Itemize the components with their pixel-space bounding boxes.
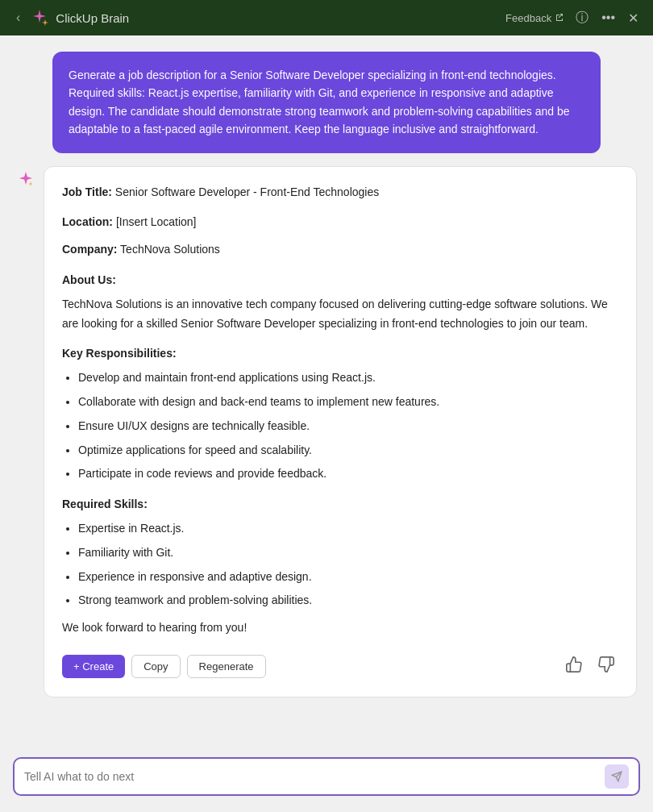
company-line: Company: TechNova Solutions xyxy=(62,240,618,260)
response-card: Job Title: Senior Software Developer - F… xyxy=(44,166,637,697)
thumbs-up-button[interactable] xyxy=(562,652,586,681)
close-button[interactable]: ✕ xyxy=(626,9,640,27)
action-row: + Create Copy Regenerate xyxy=(62,649,618,681)
skills-list: Expertise in React.js. Familiarity with … xyxy=(78,519,618,610)
top-bar-right: Feedback ⓘ ••• ✕ xyxy=(505,8,640,28)
regenerate-button[interactable]: Regenerate xyxy=(187,655,266,678)
back-button[interactable]: ‹ xyxy=(13,7,23,28)
app-title: ClickUp Brain xyxy=(56,11,129,25)
company-label: Company: xyxy=(62,243,117,256)
job-title-line: Job Title: Senior Software Developer - F… xyxy=(62,183,618,202)
more-button[interactable]: ••• xyxy=(600,9,617,27)
top-bar-left: ‹ ClickUp Brain xyxy=(13,7,129,28)
send-icon xyxy=(611,771,622,782)
create-button[interactable]: + Create xyxy=(62,655,125,678)
thumbs-up-icon xyxy=(565,656,583,673)
info-button[interactable]: ⓘ xyxy=(574,8,590,28)
skills-header: Required Skills: xyxy=(62,495,618,514)
main-content: Generate a job description for a Senior … xyxy=(0,35,653,812)
about-header: About Us: xyxy=(62,271,618,290)
job-title-label: Job Title: xyxy=(62,185,112,198)
action-buttons-right xyxy=(562,652,618,681)
job-title-value: Senior Software Developer - Front-End Te… xyxy=(115,185,379,198)
chat-input[interactable] xyxy=(24,770,605,783)
bottom-input-area xyxy=(0,747,653,812)
app-icon xyxy=(30,8,49,27)
external-link-icon xyxy=(555,13,564,23)
user-prompt: Generate a job description for a Senior … xyxy=(52,52,601,153)
send-button[interactable] xyxy=(605,764,629,789)
location-line: Location: [Insert Location] xyxy=(62,213,618,232)
list-item: Develop and maintain front-end applicati… xyxy=(78,369,618,388)
about-text: TechNova Solutions is an innovative tech… xyxy=(62,295,618,334)
company-value: TechNova Solutions xyxy=(120,243,220,256)
scroll-area: Generate a job description for a Senior … xyxy=(0,35,653,747)
list-item: Expertise in React.js. xyxy=(78,519,618,539)
top-bar: ‹ ClickUp Brain Feedback ⓘ ••• ✕ xyxy=(0,0,653,35)
location-label: Location: xyxy=(62,215,113,228)
list-item: Strong teamwork and problem-solving abil… xyxy=(78,591,618,610)
thumbs-down-icon xyxy=(597,656,615,673)
ai-sparkle-icon xyxy=(16,169,35,189)
list-item: Ensure UI/UX designs are technically fea… xyxy=(78,417,618,436)
location-value: [Insert Location] xyxy=(116,215,197,228)
input-container xyxy=(13,757,640,796)
action-buttons-left: + Create Copy Regenerate xyxy=(62,655,266,678)
ai-response: Job Title: Senior Software Developer - F… xyxy=(13,166,640,697)
list-item: Participate in code reviews and provide … xyxy=(78,464,618,484)
responsibilities-header: Key Responsibilities: xyxy=(62,344,618,364)
feedback-button[interactable]: Feedback xyxy=(505,12,564,24)
responsibilities-list: Develop and maintain front-end applicati… xyxy=(78,369,618,484)
feedback-label: Feedback xyxy=(505,12,551,24)
list-item: Collaborate with design and back-end tea… xyxy=(78,393,618,412)
list-item: Optimize applications for speed and scal… xyxy=(78,441,618,460)
list-item: Experience in responsive and adaptive de… xyxy=(78,568,618,587)
copy-button[interactable]: Copy xyxy=(131,655,180,678)
list-item: Familiarity with Git. xyxy=(78,543,618,563)
closing-line: We look forward to hearing from you! xyxy=(62,618,618,638)
thumbs-down-button[interactable] xyxy=(594,652,618,681)
